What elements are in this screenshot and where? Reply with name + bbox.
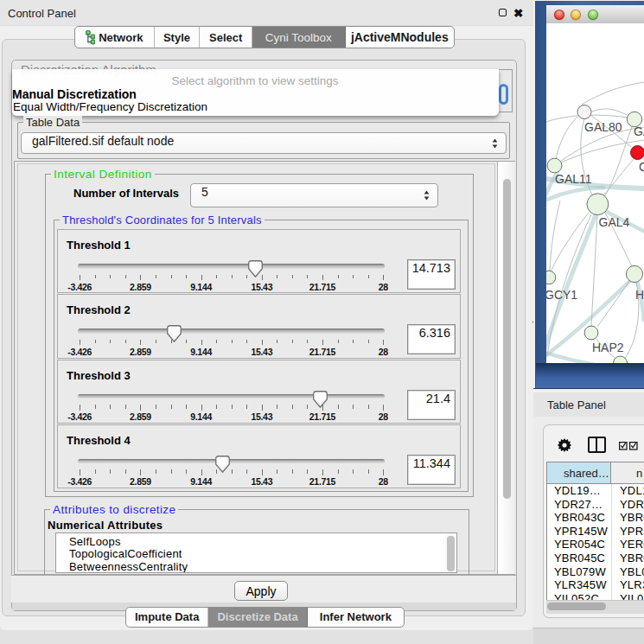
- svg-text:GAL4: GAL4: [599, 215, 630, 229]
- svg-text:CY: CY: [639, 160, 644, 174]
- svg-text:GCY1: GCY1: [546, 288, 577, 302]
- svg-text:GAL11: GAL11: [555, 172, 592, 186]
- svg-text:GA: GA: [634, 124, 644, 138]
- svg-text:HAP2: HAP2: [592, 341, 624, 354]
- svg-text:GAL80: GAL80: [584, 120, 622, 134]
- svg-text:H: H: [635, 288, 644, 302]
